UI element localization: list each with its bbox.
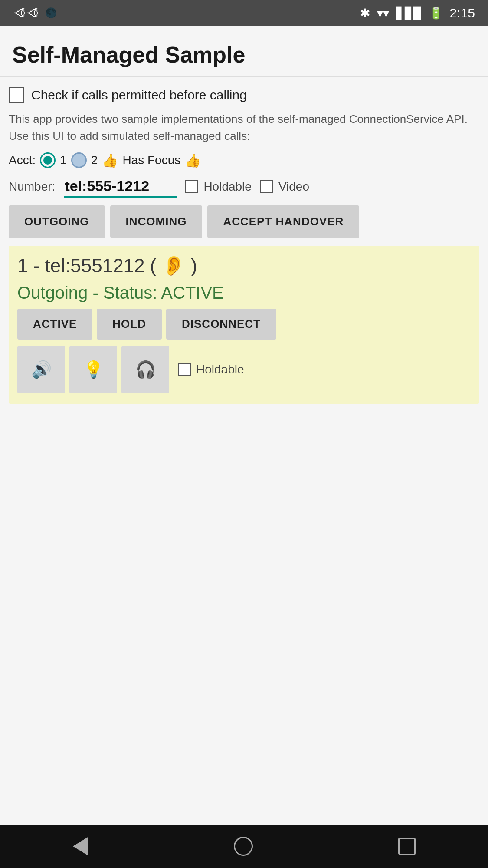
bulb-icon: 💡 bbox=[83, 360, 104, 379]
holdable-checkbox[interactable] bbox=[185, 180, 198, 193]
account-row: Acct: 1 2 👍 Has Focus 👍 bbox=[9, 152, 479, 168]
focus-thumb-icon: 👍 bbox=[185, 153, 201, 168]
description-text: This app provides two sample implementat… bbox=[9, 111, 479, 145]
home-button[interactable] bbox=[234, 837, 253, 856]
check-calls-label: Check if calls permitted before calling bbox=[31, 88, 247, 102]
call-controls: ACTIVE HOLD DISCONNECT bbox=[17, 309, 471, 340]
has-focus-label: Has Focus bbox=[122, 153, 180, 167]
battery-icon: 🔋 bbox=[429, 7, 443, 20]
action-buttons-row: OUTGOING INCOMING ACCEPT HANDOVER bbox=[9, 205, 479, 238]
thumb-icon: 👍 bbox=[102, 153, 118, 168]
main-area: Check if calls permitted before calling … bbox=[0, 77, 488, 825]
speaker-button[interactable]: 🔊 bbox=[17, 346, 65, 393]
headphones-button[interactable]: 🎧 bbox=[121, 346, 169, 393]
headphones-icon: 🎧 bbox=[135, 360, 156, 379]
recents-button[interactable] bbox=[398, 838, 416, 855]
number-row: Number: Holdable Video bbox=[9, 176, 479, 198]
acct2-radio[interactable] bbox=[71, 152, 87, 168]
card-holdable-row: Holdable bbox=[178, 363, 244, 376]
hold-button[interactable]: HOLD bbox=[97, 309, 162, 340]
bluetooth-icon: ✱ bbox=[360, 6, 370, 20]
voicemail-icon: ⏿⏿ bbox=[13, 6, 39, 20]
call-number-text: 1 - tel:5551212 ( 👂 ) bbox=[17, 254, 471, 277]
holdable-label: Holdable bbox=[203, 180, 252, 194]
status-bar-left: ⏿⏿ 🌑 bbox=[13, 6, 57, 20]
accept-handover-button[interactable]: ACCEPT HANDOVER bbox=[207, 205, 359, 238]
call-icon-buttons: 🔊 💡 🎧 Holdable bbox=[17, 346, 471, 393]
incoming-button[interactable]: INCOMING bbox=[110, 205, 203, 238]
speaker-icon: 🔊 bbox=[31, 360, 52, 379]
outgoing-button[interactable]: OUTGOING bbox=[9, 205, 105, 238]
alarm-icon: 🌑 bbox=[45, 7, 57, 19]
video-row: Video bbox=[260, 180, 309, 194]
acct2-label: 2 bbox=[91, 153, 98, 167]
card-holdable-checkbox[interactable] bbox=[178, 363, 191, 376]
home-icon bbox=[234, 837, 253, 856]
number-label: Number: bbox=[9, 180, 55, 194]
acct-label: Acct: bbox=[9, 153, 36, 167]
number-input[interactable] bbox=[64, 176, 177, 198]
nav-bar bbox=[0, 825, 488, 868]
acct1-radio[interactable] bbox=[40, 152, 56, 168]
card-holdable-label: Holdable bbox=[196, 363, 244, 376]
app-title: Self-Managed Sample bbox=[12, 42, 476, 68]
status-bar-right: ✱ ▾▾ ▋▊▉ 🔋 2:15 bbox=[360, 6, 475, 20]
clock: 2:15 bbox=[450, 6, 475, 20]
bulb-button[interactable]: 💡 bbox=[69, 346, 117, 393]
back-button[interactable] bbox=[73, 837, 88, 856]
disconnect-button[interactable]: DISCONNECT bbox=[166, 309, 276, 340]
app-content: Self-Managed Sample Check if calls permi… bbox=[0, 26, 488, 825]
check-calls-checkbox[interactable] bbox=[9, 87, 24, 103]
holdable-row: Holdable bbox=[185, 180, 252, 194]
acct1-label: 1 bbox=[60, 153, 67, 167]
call-card: 1 - tel:5551212 ( 👂 ) Outgoing - Status:… bbox=[9, 246, 479, 404]
video-checkbox[interactable] bbox=[260, 180, 273, 193]
status-bar: ⏿⏿ 🌑 ✱ ▾▾ ▋▊▉ 🔋 2:15 bbox=[0, 0, 488, 26]
check-calls-row: Check if calls permitted before calling bbox=[9, 87, 479, 103]
wifi-icon: ▾▾ bbox=[377, 6, 389, 20]
recents-icon bbox=[398, 838, 416, 855]
signal-icon: ▋▊▉ bbox=[396, 7, 422, 20]
back-icon bbox=[73, 837, 88, 856]
video-label: Video bbox=[278, 180, 309, 194]
call-status-text: Outgoing - Status: ACTIVE bbox=[17, 283, 471, 303]
title-bar: Self-Managed Sample bbox=[0, 26, 488, 77]
active-button[interactable]: ACTIVE bbox=[17, 309, 92, 340]
